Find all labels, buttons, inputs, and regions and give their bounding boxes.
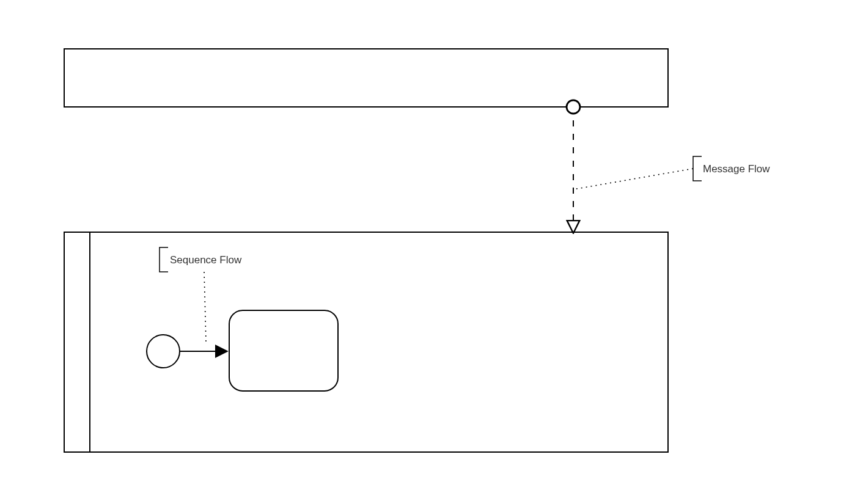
pool-bottom: [64, 232, 668, 452]
task-activity: [229, 310, 338, 391]
annotation-message-flow: Message Flow: [573, 156, 770, 189]
pool-top: [64, 49, 668, 107]
start-event: [147, 335, 180, 368]
svg-line-2: [204, 272, 206, 342]
annotation-sequence-flow-label: Sequence Flow: [170, 254, 242, 266]
bpmn-diagram: Message Flow Sequence Flow: [0, 0, 841, 504]
annotation-message-flow-label: Message Flow: [703, 163, 770, 175]
svg-line-1: [573, 169, 693, 189]
